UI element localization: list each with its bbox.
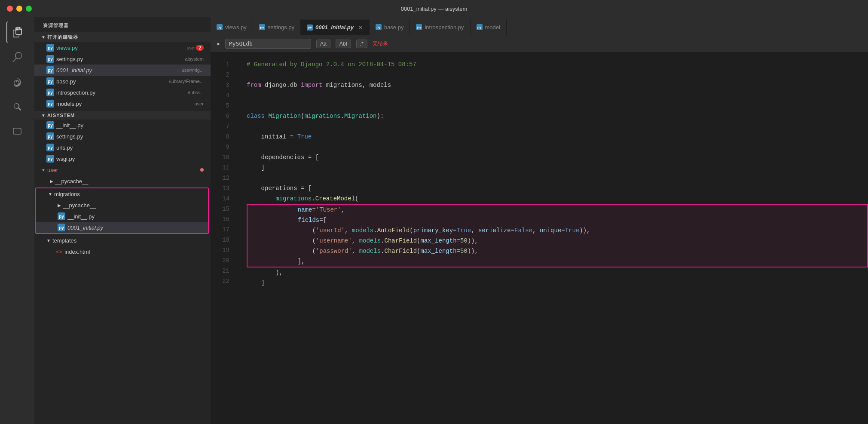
list-item[interactable]: ▼ templates <box>34 235 211 246</box>
tab-introspection[interactable]: py introspection.py <box>410 19 470 35</box>
activity-bar <box>0 17 34 424</box>
list-item[interactable]: <> index.html <box>34 246 211 257</box>
tab-close-icon[interactable]: ✕ <box>358 24 363 31</box>
list-item[interactable]: py settings.py <box>34 131 211 142</box>
find-regex[interactable]: .* <box>356 40 367 48</box>
file-name: introspection.py <box>56 89 186 96</box>
find-case-sensitive[interactable]: Aa <box>316 40 330 48</box>
folder-collapsed-icon: ▶ <box>50 179 53 184</box>
html-file-icon: <> <box>56 249 62 255</box>
tab-views[interactable]: py views.py <box>211 19 253 35</box>
list-item[interactable]: py introspection.py /Libra... <box>34 87 211 98</box>
tab-base[interactable]: py base.py <box>370 19 410 35</box>
code-line: ('password', models.CharField(max_length… <box>254 246 867 256</box>
tab-icon: py <box>259 24 265 30</box>
list-item[interactable]: ▼ migrations <box>36 188 208 200</box>
file-name: settings.py <box>56 133 207 140</box>
list-item[interactable]: ▶ __pycache__ <box>34 175 211 187</box>
code-line: dependencies = [ <box>247 152 868 163</box>
python-file-icon: py <box>58 212 65 220</box>
list-item[interactable]: py models.py user <box>34 98 211 109</box>
code-line: migrations.CreateModel( <box>247 194 868 204</box>
close-button[interactable] <box>7 6 13 12</box>
line-numbers: 12345 678910 1112131415 1617181920 2122 <box>211 52 236 424</box>
file-name: urls.py <box>56 144 207 151</box>
activity-search[interactable] <box>6 46 28 68</box>
code-line: ], <box>254 256 867 267</box>
python-file-icon: py <box>46 77 54 85</box>
file-meta: /Libra... <box>188 90 204 95</box>
find-bar: ▶ Aa AbI .* 无结果 <box>211 35 868 52</box>
file-name: index.html <box>64 249 207 255</box>
folder-open-icon2: ▼ <box>46 238 51 243</box>
code-line: ('username', models.CharField(max_length… <box>254 236 867 246</box>
file-badge: 2 <box>196 45 204 51</box>
minimize-button[interactable] <box>16 6 22 12</box>
tab-label: introspection.py <box>425 24 464 31</box>
tab-icon: py <box>416 24 422 30</box>
tab-label: model <box>485 24 500 31</box>
file-name: __init__.py <box>67 213 205 220</box>
folder-name: __pycache__ <box>63 202 205 209</box>
file-name: base.py <box>56 78 167 85</box>
code-line: initial = True <box>247 132 868 142</box>
list-item[interactable]: py 0001_initial.py user/mig... <box>34 65 211 76</box>
code-editor[interactable]: 12345 678910 1112131415 1617181920 2122 … <box>211 52 868 424</box>
find-input[interactable] <box>225 39 311 49</box>
list-item[interactable]: py settings.py aisystem <box>34 53 211 65</box>
list-item[interactable]: py 0001_initial.py <box>36 222 208 233</box>
list-item[interactable]: py __init__.py <box>34 120 211 131</box>
list-item[interactable]: ▶ __pycache__ <box>36 200 208 211</box>
window-controls[interactable] <box>7 6 32 12</box>
folder-name: migrations <box>54 191 205 197</box>
folder-collapsed-icon2: ▶ <box>58 203 61 208</box>
file-name: __init__.py <box>56 122 207 129</box>
open-editors-section[interactable]: ▼ 打开的编辑器 <box>34 32 211 42</box>
file-name: 0001_initial.py <box>56 67 180 74</box>
code-line: ('userId', models.AutoField(primary_key=… <box>254 225 867 236</box>
modified-dot <box>200 168 204 172</box>
titlebar: 0001_initial.py — aisystem <box>0 0 868 17</box>
tab-icon: py <box>477 24 483 30</box>
tab-model[interactable]: py model <box>471 19 507 35</box>
file-meta: user/mig... <box>182 68 204 73</box>
list-item[interactable]: py base.py /Library/Frame... <box>34 76 211 87</box>
list-item[interactable]: py views.py user 2 <box>34 42 211 53</box>
code-line <box>247 90 868 101</box>
python-file-icon: py <box>46 121 54 129</box>
file-meta: aisystem <box>185 56 204 61</box>
code-line: fields=[ <box>254 215 867 225</box>
project-arrow: ▼ <box>41 113 46 118</box>
code-line <box>247 101 868 111</box>
find-triangle-icon: ▶ <box>217 41 220 46</box>
find-result: 无结果 <box>373 40 388 47</box>
code-line: name='TUser', <box>254 205 867 215</box>
file-name: views.py <box>56 45 185 51</box>
activity-explorer[interactable] <box>6 22 28 43</box>
python-file-icon: py <box>46 66 54 74</box>
activity-extensions[interactable] <box>6 96 28 118</box>
code-line: ] <box>247 163 868 173</box>
python-file-icon: py <box>46 55 54 63</box>
folder-name: __pycache__ <box>55 178 207 184</box>
open-editors-arrow: ▼ <box>41 35 46 40</box>
file-meta: user <box>186 45 196 50</box>
maximize-button[interactable] <box>26 6 32 12</box>
find-whole-word[interactable]: AbI <box>336 40 351 48</box>
folder-open-icon: ▼ <box>48 192 52 197</box>
list-item[interactable]: ▼ user <box>34 164 211 175</box>
tab-label: base.py <box>384 24 404 31</box>
activity-source-control[interactable] <box>6 71 28 93</box>
project-section[interactable]: ▼ AISYSTEM <box>34 111 211 120</box>
code-line <box>247 121 868 132</box>
list-item[interactable]: py urls.py <box>34 142 211 153</box>
list-item[interactable]: py __init__.py <box>36 211 208 222</box>
activity-remote[interactable] <box>6 121 28 143</box>
tab-bar: py views.py py settings.py py 0001_initi… <box>211 17 868 35</box>
list-item[interactable]: py wsgi.py <box>34 153 211 164</box>
project-label: AISYSTEM <box>47 113 75 118</box>
tab-0001-initial[interactable]: py 0001_initial.py ✕ <box>301 19 370 35</box>
tab-settings[interactable]: py settings.py <box>253 19 301 35</box>
file-name: settings.py <box>56 56 183 62</box>
code-line <box>247 70 868 80</box>
